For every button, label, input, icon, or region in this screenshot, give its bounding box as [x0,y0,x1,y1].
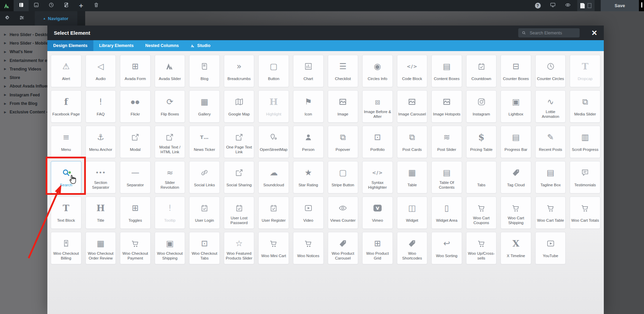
element-tile-woo-sorting[interactable]: ↩Woo Sorting [431,232,462,264]
element-tile-search[interactable]: Search [51,161,81,193]
element-tile-checklist[interactable]: ☰Checklist [328,55,358,87]
expand-caret-icon[interactable]: ▶ [4,42,6,45]
element-tile-menu[interactable]: ≡Menu [51,126,81,158]
expand-caret-icon[interactable]: ▶ [4,33,6,36]
element-tile-video[interactable]: Video [293,197,324,229]
element-tile-portfolio[interactable]: ⊡Portfolio [362,126,393,158]
element-tile-post-slider[interactable]: ≋Post Slider [431,126,462,158]
element-tile-modal-text-html-link[interactable]: Modal Text / HTML Link [155,126,185,158]
element-tile-vimeo[interactable]: vVimeo [362,197,393,229]
element-tile-section-separator[interactable]: •••Section Separator [86,161,116,193]
trash-button[interactable] [89,0,104,11]
element-tile-scroll-progress[interactable]: ▥Scroll Progress [570,126,600,158]
element-tile-widget[interactable]: ◫Widget [397,197,428,229]
element-tile-audio[interactable]: ◁Audio [86,55,116,87]
element-tile-tabs[interactable]: Tabs [466,161,497,193]
element-tile-toggles[interactable]: ⊞Toggles [120,197,151,229]
element-tile-news-ticker[interactable]: T…News Ticker [189,126,220,158]
close-icon[interactable]: ✕ [591,29,597,36]
element-tile-woo-featured-products-slider[interactable]: ☆Woo Featured Products Slider [224,232,255,264]
expand-caret-icon[interactable]: ▶ [4,102,6,105]
element-tile-media-slider[interactable]: ⧉Media Slider [570,90,600,123]
element-tile-alert[interactable]: ⚠Alert [51,55,81,87]
element-tile-openstreetmap[interactable]: OpenStreetMap [258,126,289,158]
tab-library-elements[interactable]: Library Elements [93,40,139,51]
expand-caret-icon[interactable]: ▶ [4,93,6,96]
element-tile-widget-area[interactable]: ▯Widget Area [431,197,462,229]
avada-logo[interactable] [0,0,14,11]
expand-caret-icon[interactable]: ▶ [4,111,6,114]
element-tile-code-block[interactable]: </>Code Block [397,55,428,87]
preview-button[interactable] [560,0,575,11]
containers-button[interactable] [59,0,74,11]
element-tile-stripe-button[interactable]: ▢Stripe Button [328,161,358,193]
element-tile-icon[interactable]: ⚑Icon [293,90,324,123]
builder-panel-toggle-button[interactable] [14,0,29,11]
expand-caret-icon[interactable]: ▶ [4,76,6,79]
save-button[interactable]: Save [601,0,639,11]
element-tile-woo-checkout-payment[interactable]: Woo Checkout Payment [120,232,151,264]
element-tile-instagram[interactable]: Instagram [466,90,497,123]
element-tile-image-hotspots[interactable]: Image Hotspots [431,90,462,123]
element-tile-breadcrumbs[interactable]: »Breadcrumbs [224,55,255,87]
element-tile-user-login[interactable]: User Login [189,197,220,229]
element-tile-slider-revolution[interactable]: ≈Slider Revolution [155,161,185,193]
element-tile-woo-product-carousel[interactable]: Woo Product Carousel [328,232,358,264]
element-tile-woo-up-cross-sells[interactable]: Woo Up/Cross-sells [466,232,497,264]
element-tile-star-rating[interactable]: ★Star Rating [293,161,324,193]
element-tile-content-boxes[interactable]: ▤Content Boxes [431,55,462,87]
element-tile-google-map[interactable]: Google Map [224,90,255,123]
element-tile-table-of-contents[interactable]: ▤Table Of Contents [431,161,462,193]
element-tile-one-page-text-link[interactable]: One Page Text Link [224,126,255,158]
expand-caret-icon[interactable]: ▶ [4,67,6,70]
element-tile-tagline-box[interactable]: ▤Tagline Box [535,161,566,193]
element-tile-woo-checkout-order-review[interactable]: ▦Woo Checkout Order Review [86,232,116,264]
element-tile-woo-checkout-tabs[interactable]: ⊡Woo Checkout Tabs [189,232,220,264]
element-tile-separator[interactable]: —Separator [120,161,151,193]
element-tile-pricing-table[interactable]: $Pricing Table [466,126,497,158]
element-tile-person[interactable]: Person [293,126,324,158]
element-tile-title[interactable]: HTitle [86,197,116,229]
element-tile-woo-notices[interactable]: Woo Notices [293,232,324,264]
element-tile-gallery[interactable]: ▦Gallery [189,90,220,123]
element-tile-views-counter[interactable]: Views Counter [328,197,358,229]
element-tile-countdown[interactable]: Countdown [466,55,497,87]
help-button[interactable]: ? [530,0,545,11]
element-tile-woo-cart-table[interactable]: Woo Cart Table [535,197,566,229]
element-tile-counter-circles[interactable]: Counter Circles [535,55,566,87]
element-tile-testimonials[interactable]: Testimonials [570,161,600,193]
element-tile-youtube[interactable]: YouTube [535,232,566,264]
element-tile-progress-bar[interactable]: ▤Progress Bar [501,126,531,158]
element-tile-woo-mini-cart[interactable]: Woo Mini Cart [258,232,289,264]
element-tile-woo-product-grid[interactable]: ⊞Woo Product Grid [362,232,393,264]
element-tile-woo-checkout-billing[interactable]: Woo Checkout Billing [51,232,81,264]
search-elements-box[interactable] [518,28,580,37]
element-tile-image-before-after[interactable]: ⧈Image Before & After [362,90,393,123]
responsive-preview-button[interactable] [545,0,560,11]
element-tile-avada-form[interactable]: ⊞Avada Form [120,55,151,87]
element-tile-menu-anchor[interactable]: ⚓Menu Anchor [86,126,116,158]
element-tile-image[interactable]: Image [328,90,358,123]
element-tile-faq[interactable]: !FAQ [86,90,116,123]
expand-caret-icon[interactable]: ▶ [4,85,6,88]
element-tile-table[interactable]: ▦Table [397,161,428,193]
element-tile-post-cards[interactable]: ⧉Post Cards [397,126,428,158]
element-tile-tag-cloud[interactable]: Tag Cloud [501,161,531,193]
element-tile-soundcloud[interactable]: ☁Soundcloud [258,161,289,193]
element-tile-lightbox[interactable]: ▣Lightbox [501,90,531,123]
element-tile-counter-boxes[interactable]: ⊟Counter Boxes [501,55,531,87]
element-tile-user-lost-password[interactable]: User Lost Password [224,197,255,229]
element-tile-woo-shortcodes[interactable]: Woo Shortcodes [397,232,428,264]
element-tile-button[interactable]: ▢Button [258,55,289,87]
element-tile-social-links[interactable]: Social Links [189,161,220,193]
element-tile-user-register[interactable]: User Register [258,197,289,229]
element-tile-recent-posts[interactable]: ✎Recent Posts [535,126,566,158]
element-tile-popover[interactable]: ⧉Popover [328,126,358,158]
element-tile-x-timeline[interactable]: XX Timeline [501,232,531,264]
element-tile-facebook-page[interactable]: fFacebook Page [51,90,81,123]
gear-icon[interactable] [5,15,10,22]
element-tile-lottie-animation[interactable]: ∿Lottie Animation [535,90,566,123]
element-tile-flickr[interactable]: ●●Flickr [120,90,151,123]
tab-nested-columns[interactable]: Nested Columns [139,40,185,51]
element-tile-chart[interactable]: Chart [293,55,324,87]
